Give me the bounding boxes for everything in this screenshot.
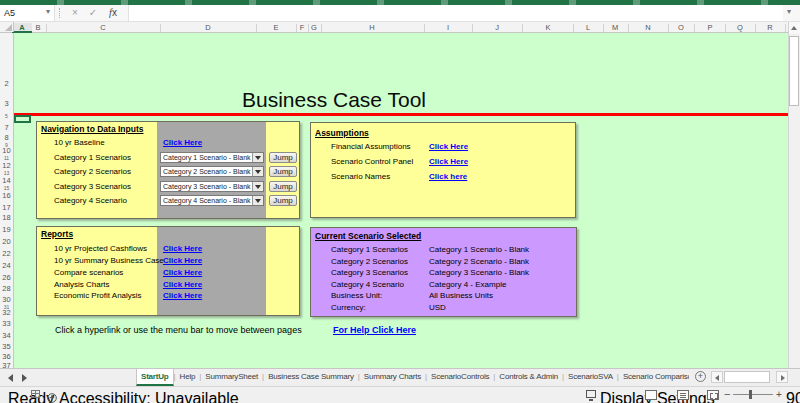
row-header-22[interactable]: 22 [0, 249, 13, 258]
sheet-tab-scenariosva[interactable]: ScenarioSVA [564, 369, 617, 386]
dropdown-arrow-icon[interactable] [252, 196, 263, 205]
normal-view-icon[interactable] [645, 390, 657, 400]
column-header-Q[interactable]: Q [730, 23, 750, 32]
tab-scroll-left-icon[interactable] [8, 374, 13, 382]
sheet-tab-scenario-comparisons[interactable]: Scenario Comparisons [619, 369, 689, 386]
dropdown-arrow-icon[interactable] [252, 167, 263, 176]
row-header-16[interactable]: 16 [0, 191, 13, 200]
scroll-left-icon[interactable] [711, 371, 723, 383]
row-header-24[interactable]: 24 [0, 261, 13, 270]
column-header-P[interactable]: P [700, 23, 720, 32]
column-header-H[interactable]: H [362, 23, 382, 32]
row-header-18[interactable]: 18 [0, 213, 13, 222]
jump-button-4[interactable]: Jump [269, 195, 297, 206]
assumption-link-financial-assumptions[interactable]: Click Here [429, 142, 468, 151]
tab-scroll-right-icon[interactable] [22, 374, 27, 382]
column-header-I[interactable]: I [438, 23, 458, 32]
column-header-L[interactable]: L [578, 23, 598, 32]
page-break-preview-icon[interactable] [707, 390, 719, 400]
assumption-link-scenario-names[interactable]: Click here [429, 172, 467, 181]
row-header-8[interactable]: 8 [0, 133, 13, 142]
sheet-tab-summarysheet[interactable]: SummarySheet [201, 369, 262, 386]
scenario-dropdown-4[interactable]: Category 4 Scenario - Blank [160, 195, 264, 206]
sheet-tab-summary-charts[interactable]: Summary Charts [360, 369, 425, 386]
column-header-K[interactable]: K [538, 23, 558, 32]
assumption-link-scenario-control-panel[interactable]: Click Here [429, 157, 468, 166]
sheet-tab-startup[interactable]: StartUp [136, 369, 174, 386]
report-link-economic-profit-analysis[interactable]: Click Here [163, 291, 202, 300]
cancel-icon[interactable]: × [68, 6, 82, 20]
nav-link-10-yr-baseline[interactable]: Click Here [163, 138, 202, 147]
row-header-17[interactable]: 17 [0, 203, 13, 212]
row-header-30[interactable]: 30 [0, 295, 13, 304]
column-header-B[interactable]: B [28, 23, 48, 32]
new-sheet-icon[interactable]: + [695, 371, 706, 382]
row-header-26[interactable]: 26 [0, 273, 13, 282]
zoom-slider[interactable] [733, 394, 773, 395]
jump-button-3[interactable]: Jump [269, 181, 297, 192]
row-header-5[interactable]: 5 [0, 113, 13, 119]
row-header-35[interactable]: 35 [0, 342, 13, 351]
report-link-10-yr-summary-business-case[interactable]: Click Here [163, 256, 202, 265]
column-header-M[interactable]: M [605, 23, 625, 32]
scenario-dropdown-2[interactable]: Category 2 Scenario - Blank [160, 166, 264, 177]
zoom-out-icon[interactable]: − [724, 388, 730, 400]
zoom-level[interactable]: 90% [786, 390, 800, 403]
sheet-tab-controls-admin[interactable]: Controls & Admin [495, 369, 562, 386]
active-cell-a5[interactable] [14, 115, 31, 123]
formula-bar-expand-icon[interactable]: ▾ [787, 7, 791, 16]
name-box-dropdown-icon[interactable]: ▾ [46, 7, 50, 16]
formula-input[interactable] [128, 5, 783, 21]
enter-icon[interactable]: ✓ [86, 6, 100, 20]
insert-function-icon[interactable]: fx [106, 6, 120, 20]
column-header-C[interactable]: C [93, 23, 113, 32]
sheet-tab-business-case-summary[interactable]: Business Case Summary [264, 369, 358, 386]
display-settings-icon[interactable] [586, 390, 596, 398]
jump-button-2[interactable]: Jump [269, 166, 297, 177]
dropdown-arrow-icon[interactable] [252, 182, 263, 191]
scenario-dropdown-1[interactable]: Category 1 Scenario - Blank [160, 152, 264, 163]
column-header-E[interactable]: E [266, 23, 286, 32]
row-header-3[interactable]: 3 [0, 99, 13, 108]
row-header-2[interactable]: 2 [0, 79, 13, 88]
row-header-20[interactable]: 20 [0, 237, 13, 246]
macro-record-icon[interactable] [31, 390, 40, 398]
column-header-O[interactable]: O [671, 23, 691, 32]
scenario-dropdown-3[interactable]: Category 3 Scenario - Blank [160, 181, 264, 192]
status-display-settings[interactable]: Display Settings [600, 390, 715, 403]
column-header-R[interactable]: R [760, 23, 780, 32]
zoom-in-icon[interactable]: + [776, 389, 782, 400]
dropdown-value: Category 4 Scenario - Blank [163, 197, 251, 204]
vertical-scroll-thumb[interactable] [789, 36, 799, 106]
report-link-analysis-charts[interactable]: Click Here [163, 280, 202, 289]
row-header-12[interactable]: 12 [0, 161, 13, 170]
row-header-34[interactable]: 34 [0, 331, 13, 340]
report-link-10-yr-projected-cashflows[interactable]: Click Here [163, 244, 202, 253]
status-accessibility[interactable]: Accessibility: Unavailable [59, 390, 239, 403]
row-header-14[interactable]: 14 [0, 176, 13, 185]
scroll-right-icon[interactable] [776, 371, 788, 383]
accessibility-icon[interactable] [47, 389, 57, 403]
page-layout-view-icon[interactable] [677, 390, 689, 400]
sheet-tab-help[interactable]: Help [176, 369, 200, 386]
zoom-slider-thumb[interactable] [749, 390, 752, 399]
row-header-7[interactable]: 7 [0, 123, 13, 132]
row-header-28[interactable]: 28 [0, 284, 13, 293]
row-header-32[interactable]: 32 [0, 308, 13, 317]
row-header-33[interactable]: 33 [0, 319, 13, 328]
column-header-J[interactable]: J [487, 23, 507, 32]
dropdown-arrow-icon[interactable] [252, 153, 263, 162]
jump-button-1[interactable]: Jump [269, 152, 297, 163]
column-header-D[interactable]: D [198, 23, 218, 32]
column-header-G[interactable]: G [304, 23, 324, 32]
row-header-10[interactable]: 10 [0, 146, 13, 155]
report-link-compare-scenarios[interactable]: Click Here [163, 268, 202, 277]
row-header-36[interactable]: 36 [0, 352, 13, 361]
sheet-tab-scenariocontrols[interactable]: ScenarioControls [427, 369, 493, 386]
scroll-up-icon[interactable] [789, 22, 800, 34]
row-header-19[interactable]: 19 [0, 225, 13, 234]
select-all-corner[interactable] [0, 22, 14, 32]
column-header-N[interactable]: N [638, 23, 658, 32]
horizontal-scroll-thumb[interactable] [724, 371, 770, 383]
help-link[interactable]: For Help Click Here [333, 325, 416, 335]
